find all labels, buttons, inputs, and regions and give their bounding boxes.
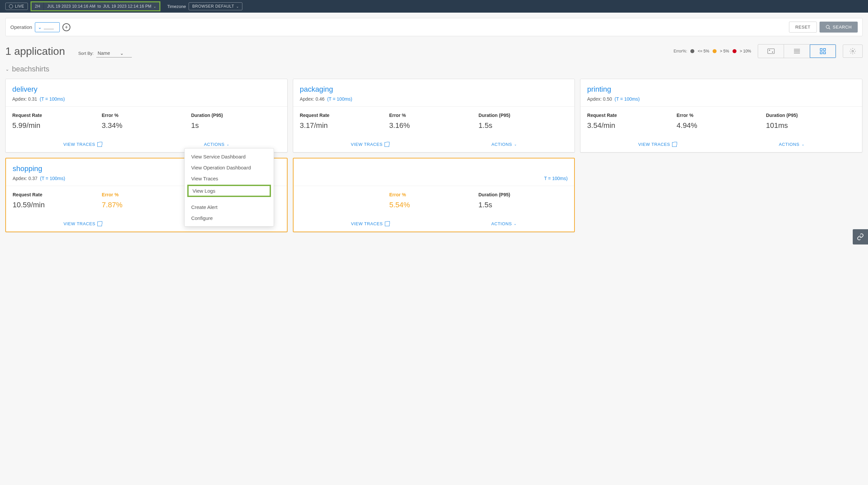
service-card-delivery: delivery Apdex: 0.31 (T = 100ms) Request… (5, 79, 287, 152)
apdex-label: Apdex: (587, 96, 602, 102)
service-card-packaging: packaging Apdex: 0.46 (T = 100ms) Reques… (293, 79, 575, 152)
svg-line-1 (829, 28, 830, 29)
actions-dropdown: View Service Dashboard View Operation Da… (184, 148, 274, 226)
live-button[interactable]: LIVE (5, 3, 28, 10)
apdex-row: Apdex: 0.31 (T = 100ms) (12, 96, 281, 102)
metric-duration: Duration (P95) 1s (191, 113, 280, 130)
link-icon (857, 233, 864, 238)
metric-label: Duration (P95) (766, 113, 856, 118)
svg-rect-9 (820, 49, 822, 51)
service-name[interactable]: packaging (300, 85, 568, 94)
chevron-down-icon: ⌄ (802, 143, 805, 146)
header-left: 1 application Sort By: Name ⌄ (5, 45, 132, 58)
topbar: LIVE 2H JUL 19 2023 10:14:16 AM to JUL 1… (0, 0, 868, 12)
metric-value: 101ms (766, 121, 856, 130)
actions-button[interactable]: ACTIONS ⌄ (204, 142, 229, 147)
dropdown-item-service-dashboard[interactable]: View Service Dashboard (185, 151, 274, 162)
dropdown-item-logs[interactable]: View Logs (187, 185, 271, 197)
time-range-picker[interactable]: JUL 19 2023 10:14:16 AM to JUL 19 2023 1… (43, 2, 159, 10)
external-link-icon (672, 142, 677, 147)
metric-value (300, 201, 390, 209)
reset-button[interactable]: RESET (789, 22, 817, 33)
header-right: Error%: <= 5% > 5% > 10% (674, 44, 863, 58)
metric-value: 5.54% (389, 201, 478, 209)
service-name[interactable] (300, 164, 568, 173)
time-range-preset[interactable]: 2H (32, 2, 43, 10)
view-traces-label: VIEW TRACES (63, 142, 95, 147)
add-filter-button[interactable]: + (62, 23, 70, 31)
view-traces-link[interactable]: VIEW TRACES (638, 142, 677, 147)
operation-select[interactable]: ⌄ (35, 22, 60, 32)
error-legend: Error%: <= 5% > 5% > 10% (674, 49, 751, 54)
apdex-row: Apdex: 0.50 (T = 100ms) (587, 96, 856, 102)
view-traces-label: VIEW TRACES (638, 142, 670, 147)
service-name[interactable]: printing (587, 85, 856, 94)
dropdown-item-traces[interactable]: View Traces (185, 173, 274, 184)
timezone-value: BROWSER DEFAULT (192, 4, 234, 9)
search-icon (826, 25, 831, 30)
view-traces-link[interactable]: VIEW TRACES (351, 142, 389, 147)
card-header: printing Apdex: 0.50 (T = 100ms) (581, 79, 862, 107)
dropdown-item-create-alert[interactable]: Create Alert (185, 202, 274, 213)
metric-duration: Duration (P95) 1.5s (478, 192, 568, 209)
metric-request-rate (300, 192, 390, 209)
apdex-threshold-partial[interactable]: T = 100ms) (544, 176, 567, 181)
metric-label: Error % (102, 192, 191, 197)
apdex-threshold[interactable]: (T = 100ms) (327, 96, 352, 102)
live-label: LIVE (15, 4, 24, 9)
card-header: T = 100ms) (293, 158, 575, 186)
svg-point-4 (772, 52, 773, 53)
view-traces-label: VIEW TRACES (63, 221, 95, 226)
share-link-button[interactable] (853, 229, 868, 238)
apdex-threshold[interactable]: (T = 100ms) (40, 176, 65, 181)
actions-button[interactable]: ACTIONS ⌄ (779, 142, 805, 147)
operation-placeholder-line (44, 25, 54, 29)
metric-label: Error % (389, 113, 478, 118)
view-scatter-button[interactable] (758, 44, 784, 58)
sort-select[interactable]: Name ⌄ (96, 49, 132, 58)
card-header: packaging Apdex: 0.46 (T = 100ms) (293, 79, 575, 107)
filter-bar: Operation ⌄ + RESET SEARCH (5, 18, 863, 36)
view-grid-button[interactable] (810, 44, 836, 58)
metric-value: 4.94% (677, 121, 766, 130)
operation-label: Operation (10, 24, 32, 30)
settings-button[interactable] (843, 44, 863, 58)
view-traces-link[interactable]: VIEW TRACES (63, 221, 102, 226)
apdex-value: 0.31 (28, 96, 37, 102)
chevron-down-icon: ⌄ (120, 51, 124, 56)
external-link-icon (97, 142, 102, 147)
actions-button[interactable]: ACTIONS ⌄ (491, 142, 517, 147)
group-header[interactable]: ⌄ beachshirts (0, 63, 868, 79)
legend-label: Error%: (674, 49, 687, 54)
view-traces-link[interactable]: VIEW TRACES (63, 142, 102, 147)
search-button[interactable]: SEARCH (819, 22, 858, 33)
service-card-printing: printing Apdex: 0.50 (T = 100ms) Request… (580, 79, 862, 152)
header-row: 1 application Sort By: Name ⌄ Error%: <=… (0, 41, 868, 63)
card-footer: VIEW TRACES ACTIONS ⌄ (293, 138, 575, 152)
card-body: Request Rate 5.99/min Error % 3.34% Dura… (6, 107, 287, 138)
metric-label: Duration (P95) (478, 192, 568, 197)
time-range-from: JUL 19 2023 10:14:16 AM (47, 4, 95, 9)
metric-error: Error % 3.16% (389, 113, 478, 130)
dropdown-item-configure[interactable]: Configure (185, 213, 274, 223)
actions-button[interactable]: ACTIONS ⌄ (491, 221, 517, 226)
dropdown-item-operation-dashboard[interactable]: View Operation Dashboard (185, 162, 274, 173)
timezone-label: Timezone (167, 4, 186, 9)
card-header: delivery Apdex: 0.31 (T = 100ms) (6, 79, 287, 107)
view-list-button[interactable] (784, 44, 810, 58)
metric-label: Duration (P95) (191, 113, 280, 118)
chevron-down-icon: ⌄ (514, 222, 517, 225)
actions-label: ACTIONS (491, 142, 512, 147)
service-name[interactable]: delivery (12, 85, 281, 94)
metric-value: 1.5s (478, 201, 568, 209)
timezone-select[interactable]: BROWSER DEFAULT ⌄ (189, 2, 242, 10)
actions-label: ACTIONS (779, 142, 800, 147)
apdex-threshold[interactable]: (T = 100ms) (40, 96, 65, 102)
svg-point-0 (826, 25, 829, 28)
time-range-to: JUL 19 2023 12:14:16 PM (103, 4, 151, 9)
metric-request-rate: Request Rate 5.99/min (12, 113, 102, 130)
apdex-threshold[interactable]: (T = 100ms) (615, 96, 640, 102)
scatter-icon (767, 48, 775, 54)
view-traces-link[interactable]: VIEW TRACES (351, 221, 390, 226)
chevron-down-icon: ⌄ (153, 5, 156, 8)
